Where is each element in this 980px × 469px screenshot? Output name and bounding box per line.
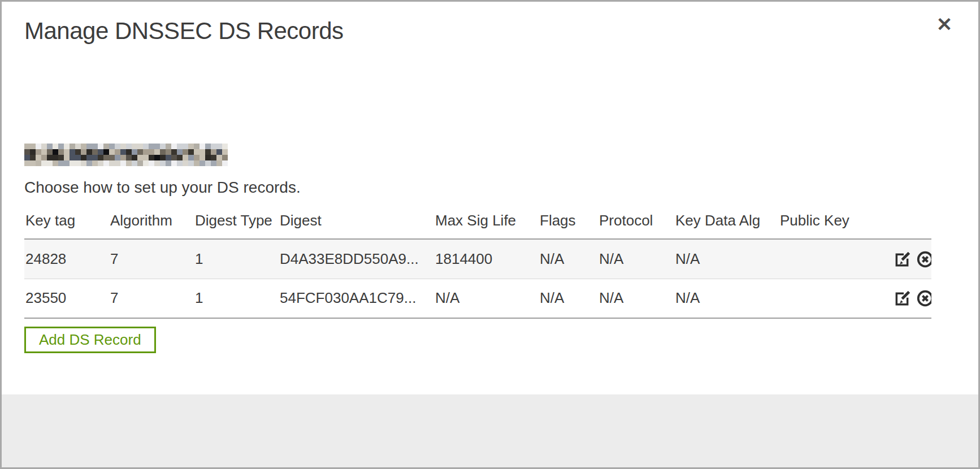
cell-digest: D4A33E8DD550A9... bbox=[279, 239, 434, 279]
col-key-data-alg: Key Data Alg bbox=[674, 212, 779, 239]
cell-flags: N/A bbox=[539, 279, 598, 318]
edit-record-button[interactable] bbox=[894, 289, 912, 307]
cell-algorithm: 7 bbox=[109, 279, 194, 318]
row-actions bbox=[892, 239, 931, 279]
delete-icon bbox=[916, 250, 931, 268]
cell-protocol: N/A bbox=[598, 279, 674, 318]
close-icon[interactable]: ✕ bbox=[932, 12, 957, 37]
cell-key-data-alg: N/A bbox=[674, 279, 779, 318]
cell-max-sig-life: 1814400 bbox=[434, 239, 539, 279]
row-actions bbox=[892, 279, 931, 318]
dialog-title: Manage DNSSEC DS Records bbox=[24, 18, 344, 45]
col-protocol: Protocol bbox=[598, 212, 674, 239]
cell-flags: N/A bbox=[539, 239, 598, 279]
edit-icon bbox=[894, 250, 912, 268]
col-max-sig-life: Max Sig Life bbox=[434, 212, 539, 239]
cell-key-data-alg: N/A bbox=[674, 239, 779, 279]
col-digest-type: Digest Type bbox=[194, 212, 279, 239]
col-key-tag: Key tag bbox=[24, 212, 109, 239]
delete-record-button[interactable] bbox=[916, 289, 931, 307]
delete-record-button[interactable] bbox=[916, 250, 931, 268]
table-row: 23550 7 1 54FCF030AA1C79... N/A N/A N/A … bbox=[24, 279, 931, 318]
cell-digest-type: 1 bbox=[194, 239, 279, 279]
cell-algorithm: 7 bbox=[109, 239, 194, 279]
setup-caption: Choose how to set up your DS records. bbox=[24, 179, 301, 197]
col-actions bbox=[892, 212, 931, 239]
cell-digest-type: 1 bbox=[194, 279, 279, 318]
col-public-key: Public Key bbox=[779, 212, 892, 239]
cell-digest: 54FCF030AA1C79... bbox=[279, 279, 434, 318]
dialog-footer: Save Cancel bbox=[2, 394, 978, 467]
cell-key-tag: 23550 bbox=[24, 279, 109, 318]
dnssec-dialog: Manage DNSSEC DS Records ✕ Choose how to… bbox=[0, 0, 980, 469]
cell-protocol: N/A bbox=[598, 239, 674, 279]
delete-icon bbox=[916, 289, 931, 307]
edit-icon bbox=[894, 289, 912, 307]
cell-max-sig-life: N/A bbox=[434, 279, 539, 318]
cell-public-key bbox=[779, 279, 892, 318]
cell-public-key bbox=[779, 239, 892, 279]
col-algorithm: Algorithm bbox=[109, 212, 194, 239]
add-ds-record-button[interactable]: Add DS Record bbox=[24, 327, 156, 353]
cell-key-tag: 24828 bbox=[24, 239, 109, 279]
edit-record-button[interactable] bbox=[894, 250, 912, 268]
table-header-row: Key tag Algorithm Digest Type Digest Max… bbox=[24, 212, 931, 239]
col-digest: Digest bbox=[279, 212, 434, 239]
redacted-domain bbox=[24, 144, 228, 166]
col-flags: Flags bbox=[539, 212, 598, 239]
table-row: 24828 7 1 D4A33E8DD550A9... 1814400 N/A … bbox=[24, 239, 931, 279]
ds-records-table: Key tag Algorithm Digest Type Digest Max… bbox=[24, 212, 931, 319]
